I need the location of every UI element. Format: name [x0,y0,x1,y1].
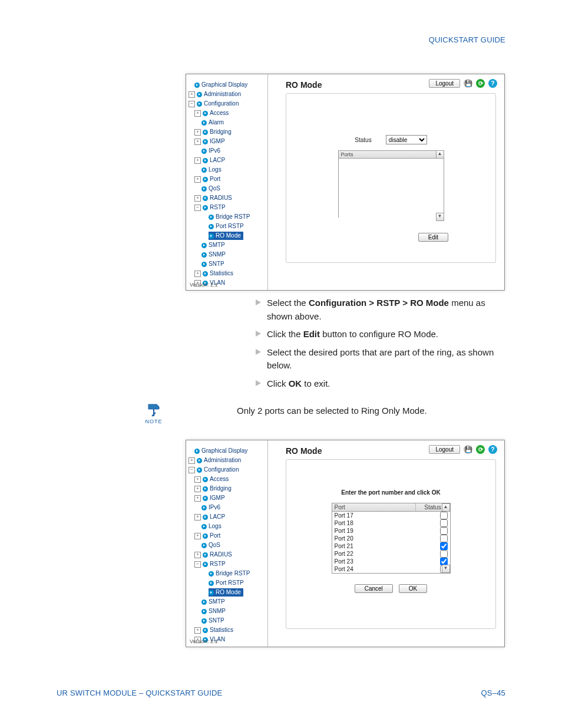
save-icon[interactable]: 💾 [464,79,472,88]
refresh-icon[interactable]: ⟳ [476,445,485,454]
tree-snmp[interactable]: SNMP [189,607,265,616]
table-row: Port 23 [332,558,450,565]
expand-icon[interactable]: + [194,486,201,492]
expand-icon[interactable]: + [194,110,201,117]
port-checkbox[interactable] [440,527,448,535]
expand-icon[interactable]: + [194,552,201,558]
expand-icon[interactable]: + [194,129,201,136]
expand-icon[interactable]: + [194,533,201,539]
tree-snmp[interactable]: SNMP [189,250,265,259]
tree-qos[interactable]: QoS [189,541,265,550]
expand-icon[interactable]: + [194,195,201,202]
bullet-icon [201,120,207,126]
expand-icon[interactable]: + [194,627,201,634]
port-checkbox[interactable] [440,550,448,558]
tree-bridge-rstp[interactable]: Bridge RSTP [189,569,265,578]
tree-bridging[interactable]: +Bridging [189,484,265,493]
triangle-bullet-icon [256,299,261,305]
table-row: Port 24 [332,565,450,573]
bullet-icon [203,205,208,210]
bullet-icon [209,215,214,220]
tree-igmp[interactable]: +IGMP [189,137,265,146]
tree-access[interactable]: +Access [189,475,265,484]
tree-sntp[interactable]: SNTP [189,259,265,269]
port-checkbox[interactable] [440,519,448,527]
collapse-icon[interactable]: − [189,467,195,473]
collapse-icon[interactable]: − [189,101,195,107]
tree-administration[interactable]: +Administration [189,90,265,99]
tree-smtp[interactable]: SMTP [189,597,265,607]
tree-port-rstp[interactable]: Port RSTP [189,222,265,231]
nav-tree: Graphical Display +Administration −Confi… [186,440,268,647]
scroll-down-icon[interactable]: ▼ [436,213,444,221]
tree-ro-mode[interactable]: RO Mode [189,231,265,241]
triangle-bullet-icon [256,331,261,337]
refresh-icon[interactable]: ⟳ [476,79,485,88]
tree-alarm[interactable]: Alarm [189,118,265,127]
tree-graphical-display[interactable]: Graphical Display [189,80,265,90]
expand-icon[interactable]: + [194,514,201,521]
tree-graphical-display[interactable]: Graphical Display [189,446,265,456]
tree-qos[interactable]: QoS [189,184,265,193]
tree-port-rstp[interactable]: Port RSTP [189,578,265,588]
tree-radius[interactable]: +RADIUS [189,193,265,203]
collapse-icon[interactable]: − [194,561,201,568]
footer-left: UR SWITCH MODULE – QUICKSTART GUIDE [57,689,222,697]
cancel-button[interactable]: Cancel [355,584,393,593]
expand-icon[interactable]: + [194,271,201,277]
tree-smtp[interactable]: SMTP [189,241,265,250]
tree-radius[interactable]: +RADIUS [189,550,265,559]
expand-icon[interactable]: + [194,476,201,483]
scroll-up-icon[interactable]: ▲ [442,503,450,512]
tree-port[interactable]: +Port [189,531,265,541]
expand-icon[interactable]: + [194,139,201,145]
table-row: Port 17 [332,512,450,519]
tree-bridge-rstp[interactable]: Bridge RSTP [189,212,265,222]
bullet-icon [209,581,214,586]
expand-icon[interactable]: + [194,157,201,164]
tree-sntp[interactable]: SNTP [189,616,265,625]
tree-bridging[interactable]: +Bridging [189,127,265,137]
bullet-icon [203,130,208,135]
status-select[interactable]: disable [386,135,427,144]
tree-access[interactable]: +Access [189,108,265,118]
expand-icon[interactable]: + [189,457,195,464]
scroll-down-icon[interactable]: ▼ [442,565,450,573]
edit-button[interactable]: Edit [418,233,448,242]
tree-ipv6[interactable]: IPv6 [189,503,265,512]
tree-port[interactable]: +Port [189,174,265,184]
logout-button[interactable]: Logout [429,79,460,88]
expand-icon[interactable]: + [189,91,195,98]
ok-button[interactable]: OK [399,584,427,593]
tree-ro-mode[interactable]: RO Mode [189,588,265,597]
tree-rstp[interactable]: −RSTP [189,203,265,212]
tree-logs[interactable]: Logs [189,522,265,531]
port-checkbox[interactable] [440,512,448,519]
save-icon[interactable]: 💾 [464,445,472,454]
tree-administration[interactable]: +Administration [189,456,265,465]
expand-icon[interactable]: + [194,176,201,183]
tree-configuration[interactable]: −Configuration [189,99,265,108]
tree-igmp[interactable]: +IGMP [189,493,265,503]
tree-configuration[interactable]: −Configuration [189,465,265,475]
tree-lacp[interactable]: +LACP [189,512,265,522]
tree-statistics[interactable]: +Statistics [189,269,265,278]
tree-rstp[interactable]: −RSTP [189,559,265,569]
port-checkbox[interactable] [440,542,448,550]
expand-icon[interactable]: + [194,495,201,502]
footer-right: QS–45 [481,689,505,697]
bullet-icon [194,449,200,454]
help-icon[interactable]: ? [488,79,497,88]
logout-button[interactable]: Logout [429,445,460,454]
scroll-up-icon[interactable]: ▲ [436,150,444,159]
tree-logs[interactable]: Logs [189,165,265,174]
help-icon[interactable]: ? [488,445,497,454]
ports-listbox[interactable]: Ports ▲ ▼ [338,150,444,221]
collapse-icon[interactable]: − [194,205,201,211]
port-checkbox[interactable] [440,535,448,542]
tree-lacp[interactable]: +LACP [189,156,265,165]
hint-text: Enter the port number and click OK [296,489,486,496]
tree-ipv6[interactable]: IPv6 [189,146,265,156]
instruction-item: Click OK to exit. [256,377,505,391]
tree-statistics[interactable]: +Statistics [189,625,265,635]
